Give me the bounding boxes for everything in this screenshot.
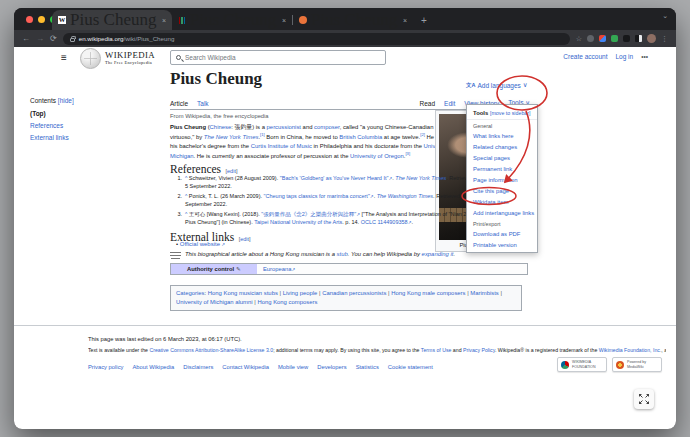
last-edited-text: This page was last edited on 6 March 202… <box>88 336 242 342</box>
page-title: Pius Cheung <box>170 69 262 89</box>
menu-item-permanent-link[interactable]: Permanent link <box>467 163 537 174</box>
lead-paragraph: Pius Cheung (Chinese: 張鈞量) is a percussi… <box>170 123 458 160</box>
menu-item-what-links-here[interactable]: What links here <box>467 130 537 141</box>
ref-text: ^ Ponick, T. L. (26 March 2009). "Cheung… <box>185 193 476 209</box>
search-box[interactable] <box>170 50 386 65</box>
reference-item: 1.^ Schweitzer, Vivien (28 August 2009).… <box>174 175 476 191</box>
edit-external-links-link[interactable]: edit <box>240 236 249 242</box>
user-menu-ellipsis-icon[interactable]: ••• <box>641 53 648 60</box>
lock-icon <box>70 38 75 42</box>
main-menu-hamburger-icon[interactable]: ≡ <box>61 52 67 63</box>
close-window-button[interactable] <box>26 16 33 23</box>
close-tab-icon[interactable]: × <box>282 17 286 24</box>
toc-item-references[interactable]: References <box>30 122 74 129</box>
musicbrainz-favicon <box>299 16 307 24</box>
ref-number: 2. <box>174 193 182 209</box>
tab-title: Pius Cheung - Wikipedia <box>70 10 158 30</box>
browser-menu-kebab-icon[interactable]: ⋮ <box>661 35 668 43</box>
footer-link-statistics[interactable]: Statistics <box>356 364 379 370</box>
extension-icon-1[interactable] <box>587 35 594 42</box>
language-icon: 文A <box>466 82 475 89</box>
menu-title: Tools [move to sidebar] <box>467 107 537 120</box>
address-bar[interactable]: en.wikipedia.org/wiki/Pius_Cheung <box>63 33 570 45</box>
menu-item-printable-version[interactable]: Printable version <box>467 239 537 250</box>
wikipedia-page: ≡ WIKIPEDIA The Free Encyclopedia Create… <box>14 47 676 429</box>
add-languages-button[interactable]: 文A Add languages ∨ <box>466 81 528 89</box>
toc-item-top[interactable]: (Top) <box>30 110 74 117</box>
extension-icon-2[interactable] <box>599 35 606 42</box>
extension-icon-5[interactable] <box>635 35 642 42</box>
url-domain: en.wikipedia.org <box>79 35 124 42</box>
chevron-down-icon: ∨ <box>523 81 528 89</box>
wikimedia-logo-icon <box>561 361 569 369</box>
authority-label[interactable]: Authority control <box>187 266 234 272</box>
expand-icon[interactable] <box>634 389 654 409</box>
menu-item-page-information[interactable]: Page information <box>467 174 537 185</box>
view-edit[interactable]: Edit <box>444 100 455 107</box>
categories-box[interactable]: Categories: Hong Kong musician stubs | L… <box>170 285 522 311</box>
move-to-sidebar-link[interactable]: [move to sidebar] <box>490 110 531 116</box>
tab-title: Pius Cheung - Wikidata <box>190 10 278 30</box>
bookmark-star-icon[interactable]: ☆ <box>576 35 582 43</box>
tab-talk[interactable]: Talk <box>197 100 209 107</box>
menu-title-label: Tools <box>473 110 488 116</box>
forward-icon[interactable]: → <box>36 35 44 43</box>
new-tab-button[interactable]: + <box>421 15 427 26</box>
footer-link-mobile[interactable]: Mobile view <box>278 364 308 370</box>
menu-section-print-export: Print/export <box>467 218 537 228</box>
menu-item-related-changes[interactable]: Related changes <box>467 141 537 152</box>
toc-item-external-links[interactable]: External links <box>30 134 74 141</box>
minimize-window-button[interactable] <box>38 16 45 23</box>
badge-line: MediaWiki <box>627 365 644 369</box>
edit-pencil-icon[interactable]: ✎ <box>236 266 241 272</box>
ref-text: ^ Schweitzer, Vivien (28 August 2009). "… <box>185 175 476 191</box>
menu-item-download-pdf[interactable]: Download as PDF <box>467 228 537 239</box>
menu-section-general: General <box>467 120 537 130</box>
footer-link-developers[interactable]: Developers <box>317 364 346 370</box>
menu-item-add-interlanguage-links[interactable]: Add interlanguage links <box>467 207 537 218</box>
edit-references-link[interactable]: edit <box>227 168 236 174</box>
footer-link-privacy[interactable]: Privacy policy <box>88 364 123 370</box>
mediawiki-badge[interactable]: Powered byMediaWiki <box>612 357 662 372</box>
menu-item-cite-this-page[interactable]: Cite this page <box>467 185 537 196</box>
footer-link-cookies[interactable]: Cookie statement <box>388 364 433 370</box>
tab-article[interactable]: Article <box>170 100 188 107</box>
view-read[interactable]: Read <box>420 100 436 107</box>
tab-musicbrainz[interactable]: Pius Cheung - MusicBrainz × <box>293 10 413 30</box>
wikipedia-globe-logo[interactable] <box>80 48 101 69</box>
wikipedia-wordmark[interactable]: WIKIPEDIA <box>105 50 155 60</box>
profile-avatar[interactable] <box>647 34 656 43</box>
license-text: Text is available under the Creative Com… <box>88 347 666 353</box>
authority-links[interactable]: Europeana ↗ <box>257 264 527 274</box>
extension-icon-4[interactable] <box>623 35 630 42</box>
menu-item-special-pages[interactable]: Special pages <box>467 152 537 163</box>
tab-wikipedia[interactable]: W Pius Cheung - Wikipedia × <box>52 10 172 30</box>
reference-item: 2.^ Ponick, T. L. (26 March 2009). "Cheu… <box>174 193 476 209</box>
log-in-link[interactable]: Log in <box>615 53 633 60</box>
back-icon[interactable]: ← <box>22 35 30 43</box>
browser-toolbar: ← → ⟳ en.wikipedia.org/wiki/Pius_Cheung … <box>14 30 676 47</box>
close-tab-icon[interactable]: × <box>162 17 166 24</box>
tab-search-chevron-icon[interactable]: ⌄ <box>662 12 668 20</box>
close-tab-icon[interactable]: × <box>403 17 407 24</box>
toc-hide-link[interactable]: [hide] <box>58 97 74 104</box>
stub-text: This biographical article about a Hong K… <box>185 251 455 257</box>
create-account-link[interactable]: Create account <box>563 53 607 60</box>
footer-link-contact[interactable]: Contact Wikipedia <box>222 364 269 370</box>
tab-wikidata[interactable]: Pius Cheung - Wikidata × <box>172 10 292 30</box>
reload-icon[interactable]: ⟳ <box>50 35 57 43</box>
official-website-item[interactable]: • Official website ↗ <box>176 241 225 247</box>
footer-divider <box>14 325 676 326</box>
toc-heading: Contents <box>30 97 56 104</box>
footer-link-disclaimers[interactable]: Disclaimers <box>183 364 213 370</box>
stub-notice: This biographical article about a Hong K… <box>170 251 500 260</box>
references-list: 1.^ Schweitzer, Vivien (28 August 2009).… <box>174 175 476 229</box>
url-text: en.wikipedia.org/wiki/Pius_Cheung <box>79 35 175 42</box>
authority-control-box: Authority control✎ Europeana ↗ <box>170 263 528 275</box>
search-input[interactable] <box>185 54 380 61</box>
wikimedia-foundation-badge[interactable]: WIKIMEDIAFOUNDATION <box>557 357 607 372</box>
menu-item-wikidata-item[interactable]: Wikidata item <box>467 196 537 207</box>
footer-link-about[interactable]: About Wikipedia <box>132 364 174 370</box>
extension-icon-3[interactable] <box>611 35 618 42</box>
add-languages-label: Add languages <box>477 82 520 89</box>
